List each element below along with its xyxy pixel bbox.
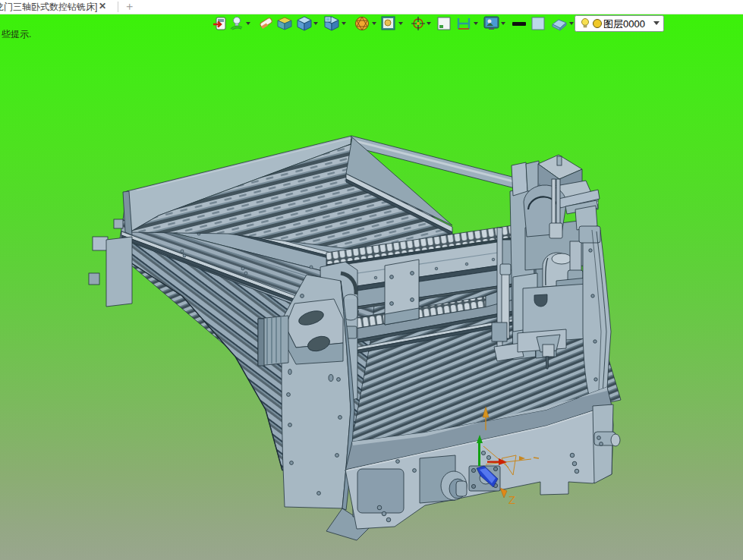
svg-text:图层0000: 图层0000 xyxy=(603,18,645,30)
svg-text:Z: Z xyxy=(508,493,515,506)
